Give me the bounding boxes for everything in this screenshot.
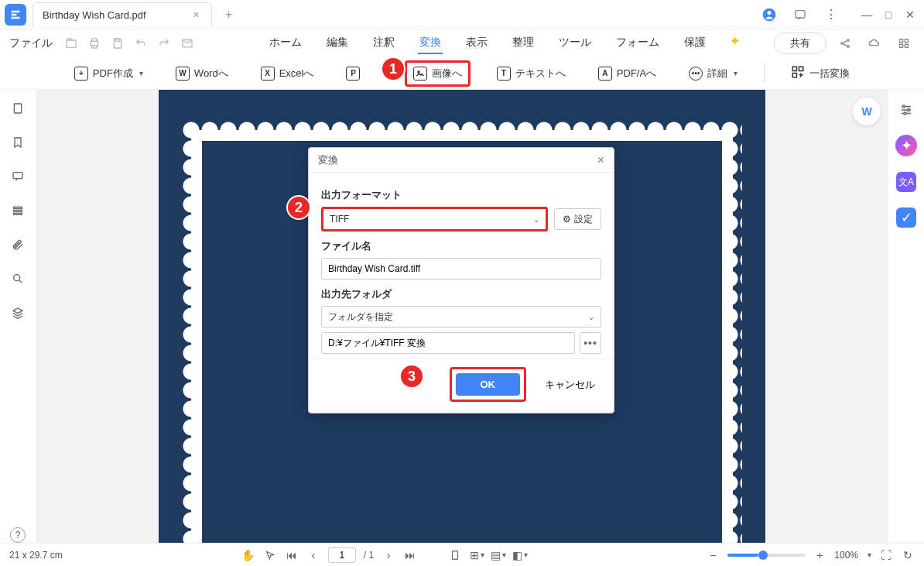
filename-label: ファイル名 (321, 239, 601, 253)
svg-rect-2 (796, 10, 805, 17)
ppt-icon: P (346, 67, 360, 81)
view-mode-icon[interactable]: ▤▾ (491, 548, 505, 562)
sliders-icon[interactable] (897, 101, 915, 119)
more-menu-icon[interactable]: ⋮ (820, 4, 842, 26)
new-tab-button[interactable]: + (218, 4, 240, 26)
translate-icon[interactable]: 文A (896, 172, 916, 192)
tab-convert[interactable]: 変換 (418, 33, 443, 54)
browse-folder-button[interactable]: ••• (580, 332, 601, 354)
tab-protect[interactable]: 保護 (683, 33, 707, 54)
next-page-icon[interactable]: › (382, 548, 395, 562)
hand-tool-icon[interactable]: ✋ (241, 548, 255, 562)
chat-icon[interactable] (789, 4, 811, 26)
account-icon[interactable] (758, 4, 780, 26)
svg-rect-23 (14, 213, 22, 214)
comment-icon[interactable] (10, 169, 26, 184)
callout-2: 2 (286, 195, 311, 220)
grid-icon[interactable] (893, 33, 915, 54)
cancel-button[interactable]: キャンセル (539, 372, 601, 397)
zoom-in-icon[interactable]: + (813, 548, 826, 562)
ok-highlight: OK (450, 367, 527, 402)
to-excel-button[interactable]: X Excelへ (255, 63, 320, 84)
first-page-icon[interactable]: ⏮ (285, 548, 299, 562)
dialog-close-icon[interactable]: × (597, 153, 604, 167)
fullscreen-icon[interactable]: ⛶ (879, 548, 893, 562)
to-ppt-button[interactable]: P PP (340, 63, 384, 84)
file-menu[interactable]: ファイル (9, 36, 53, 50)
document-tab[interactable]: Birthday Wish Card.pdf × (33, 2, 212, 27)
to-word-button[interactable]: W Wordへ (169, 63, 234, 84)
svg-point-1 (768, 11, 772, 15)
zoom-out-icon[interactable]: − (706, 548, 720, 562)
pdf-create-button[interactable]: PDF作成▾ (68, 63, 149, 84)
save-icon[interactable] (110, 36, 125, 51)
page-thumbnail-icon[interactable] (10, 101, 26, 116)
folder-mode-select[interactable]: フォルダを指定 ⌄ (321, 306, 601, 328)
svg-rect-18 (792, 74, 796, 77)
image-icon (413, 67, 427, 81)
single-page-icon[interactable] (448, 548, 462, 562)
tab-close-icon[interactable]: × (191, 9, 202, 20)
tab-title: Birthday Wish Card.pdf (43, 9, 146, 21)
prev-page-icon[interactable]: ‹ (306, 548, 320, 562)
bookmark-icon[interactable] (10, 135, 26, 150)
tab-organize[interactable]: 整理 (511, 33, 536, 54)
tab-edit[interactable]: 編集 (325, 33, 350, 54)
zoom-slider[interactable] (727, 554, 805, 557)
svg-rect-16 (792, 67, 796, 70)
undo-icon[interactable] (133, 36, 149, 51)
tab-tools[interactable]: ツール (557, 33, 593, 54)
layers-icon[interactable] (10, 203, 26, 218)
share-button[interactable]: 共有 (774, 33, 826, 54)
refresh-icon[interactable]: ↻ (901, 548, 915, 562)
mail-icon[interactable] (180, 36, 195, 51)
svg-point-49 (908, 109, 910, 111)
close-button[interactable]: ✕ (901, 5, 919, 24)
more-button[interactable]: ••• 詳細▾ (683, 63, 744, 84)
filename-input[interactable] (321, 258, 601, 280)
read-mode-icon[interactable]: ◧▾ (513, 548, 527, 562)
to-image-button[interactable]: 画像へ (405, 60, 471, 87)
svg-rect-11 (900, 39, 903, 43)
cloud-icon[interactable] (864, 33, 885, 54)
svg-point-10 (847, 46, 850, 48)
print-icon[interactable] (87, 36, 102, 51)
format-select[interactable]: TIFF ⌄ (321, 207, 548, 232)
page-number-input[interactable] (328, 547, 356, 563)
select-tool-icon[interactable] (263, 548, 277, 562)
last-page-icon[interactable]: ⏭ (403, 548, 417, 562)
link-icon[interactable] (834, 33, 856, 54)
page-dimensions: 21 x 29.7 cm (9, 550, 63, 561)
folder-path-input[interactable] (321, 332, 575, 354)
settings-button[interactable]: ⚙ 設定 (554, 208, 601, 230)
help-icon[interactable]: ? (10, 527, 26, 543)
ai-assistant-icon[interactable]: ✦ (895, 135, 917, 156)
app-logo (5, 4, 26, 26)
batch-convert-button[interactable]: 一括変換 (785, 61, 856, 85)
convert-word-float-icon[interactable]: W (853, 98, 881, 125)
excel-icon: X (261, 67, 275, 81)
check-icon[interactable]: ✓ (896, 208, 916, 228)
redo-icon[interactable] (156, 36, 172, 51)
open-icon[interactable] (63, 36, 79, 51)
fit-width-icon[interactable]: ⊞▾ (470, 548, 484, 562)
tab-home[interactable]: ホーム (268, 33, 303, 54)
search-icon[interactable] (10, 271, 26, 286)
minimize-button[interactable]: — (857, 5, 876, 24)
ok-button[interactable]: OK (456, 373, 521, 396)
svg-rect-17 (799, 67, 803, 70)
stack-icon[interactable] (10, 305, 26, 321)
title-bar: Birthday Wish Card.pdf × + ⋮ — □ ✕ (0, 0, 924, 29)
to-pdfa-button[interactable]: A PDF/Aへ (592, 63, 662, 84)
text-icon: T (497, 67, 511, 81)
tab-comment[interactable]: 注釈 (371, 33, 396, 54)
ai-sparkle-icon[interactable]: ✦ (729, 33, 741, 54)
tab-view[interactable]: 表示 (464, 33, 489, 54)
chevron-down-icon: ⌄ (588, 313, 594, 321)
attachment-icon[interactable] (10, 237, 26, 252)
to-text-button[interactable]: T テキストへ (491, 63, 572, 84)
tab-form[interactable]: フォーム (614, 33, 661, 54)
right-sidebar: ✦ 文A ✓ (888, 90, 924, 543)
batch-icon (791, 65, 805, 81)
maximize-button[interactable]: □ (879, 5, 898, 24)
